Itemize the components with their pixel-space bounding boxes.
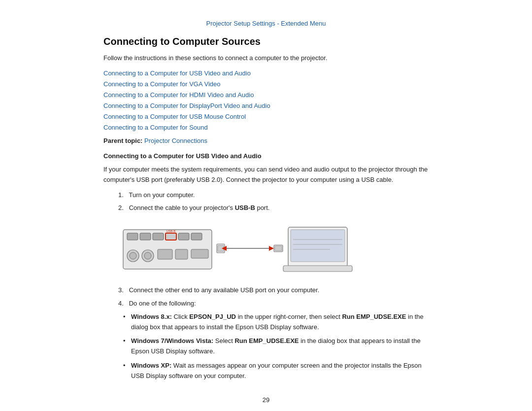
toc-link-6[interactable]: Connecting to a Computer for Sound <box>103 122 429 133</box>
breadcrumb-link[interactable]: Projector Setup Settings - Extended Menu <box>206 20 326 27</box>
steps-list-2: 3. Connect the other end to any availabl… <box>103 285 429 309</box>
page-container: Projector Setup Settings - Extended Menu… <box>74 0 458 411</box>
svg-rect-1 <box>127 233 138 240</box>
svg-rect-14 <box>191 249 208 258</box>
bullet-1-bold-end: Run EMP_UDSE.EXE <box>342 313 406 320</box>
svg-rect-2 <box>140 233 151 240</box>
step-2-text-post: port. <box>255 204 270 211</box>
toc-links: Connecting to a Computer for USB Video a… <box>103 68 429 134</box>
toc-link-2[interactable]: Connecting to a Computer for VGA Video <box>103 79 429 90</box>
svg-rect-5 <box>178 233 189 240</box>
bullet-3: Windows XP: Wait as messages appear on y… <box>123 361 429 381</box>
parent-topic-link[interactable]: Projector Connections <box>144 137 207 144</box>
intro-text: Follow the instructions in these section… <box>103 53 429 63</box>
bullet-1-bold-mid: EPSON_PJ_UD <box>189 313 236 320</box>
svg-rect-13 <box>175 249 188 259</box>
parent-topic-label: Parent topic: <box>103 137 142 144</box>
step-2-text-pre: Connect the cable to your projector's <box>129 204 235 211</box>
step-2-bold: USB-B <box>235 204 255 211</box>
step-4: 4. Do one of the following: <box>118 299 429 309</box>
bullet-2: Windows 7/Windows Vista: Select Run EMP_… <box>123 336 429 357</box>
svg-rect-24 <box>291 230 345 262</box>
step-1-num: 1. <box>118 191 124 199</box>
usb-diagram: USB-B <box>118 222 429 276</box>
svg-rect-6 <box>191 233 202 240</box>
toc-link-5[interactable]: Connecting to a Computer for USB Mouse C… <box>103 111 429 122</box>
step-1: 1. Turn on your computer. <box>118 190 429 201</box>
svg-rect-22 <box>275 246 282 251</box>
bullet-1-text-1: Click <box>174 313 190 320</box>
page-title: Connecting to Computer Sources <box>103 36 429 47</box>
svg-point-9 <box>130 252 136 259</box>
bullet-list: Windows 8.x: Click EPSON_PJ_UD in the up… <box>103 312 429 381</box>
step-3-num: 3. <box>118 286 124 294</box>
page-number: 29 <box>103 396 429 404</box>
parent-topic: Parent topic: Projector Connections <box>103 137 429 144</box>
svg-rect-4 <box>166 233 176 240</box>
bullet-2-text-1: Select <box>215 337 235 344</box>
svg-text:USB-B: USB-B <box>166 230 175 233</box>
bullet-2-bold-end: Run EMP_UDSE.EXE <box>234 337 299 344</box>
step-2: 2. Connect the cable to your projector's… <box>118 203 429 213</box>
svg-rect-3 <box>153 233 164 240</box>
step-1-text: Turn on your computer. <box>129 191 195 199</box>
breadcrumb: Projector Setup Settings - Extended Menu <box>103 20 429 27</box>
bullet-1-text-2: in the upper right-corner, then select <box>238 313 342 320</box>
bullet-2-bold-prefix: Windows 7/Windows Vista: <box>131 337 213 344</box>
step-3: 3. Connect the other end to any availabl… <box>118 285 429 296</box>
bullet-1: Windows 8.x: Click EPSON_PJ_UD in the up… <box>123 312 429 333</box>
bullet-3-text: Wait as messages appear on your computer… <box>131 362 422 379</box>
svg-marker-20 <box>269 246 274 251</box>
svg-rect-25 <box>283 266 352 272</box>
toc-link-4[interactable]: Connecting to a Computer for DisplayPort… <box>103 101 429 111</box>
section-body: If your computer meets the system requir… <box>103 165 429 185</box>
toc-link-3[interactable]: Connecting to a Computer for HDMI Video … <box>103 90 429 101</box>
svg-point-11 <box>144 252 151 259</box>
section-title: Connecting to a Computer for USB Video a… <box>103 152 429 160</box>
step-2-num: 2. <box>118 204 124 211</box>
toc-link-1[interactable]: Connecting to a Computer for USB Video a… <box>103 68 429 79</box>
connection-diagram-svg: USB-B <box>118 222 360 276</box>
bullet-1-bold-prefix: Windows 8.x: <box>131 313 172 320</box>
steps-list: 1. Turn on your computer. 2. Connect the… <box>103 190 429 214</box>
svg-rect-12 <box>158 249 172 259</box>
step-3-text: Connect the other end to any available U… <box>129 286 320 294</box>
bullet-3-bold-prefix: Windows XP: <box>131 362 171 369</box>
step-4-num: 4. <box>118 300 124 307</box>
step-4-text: Do one of the following: <box>129 300 196 307</box>
